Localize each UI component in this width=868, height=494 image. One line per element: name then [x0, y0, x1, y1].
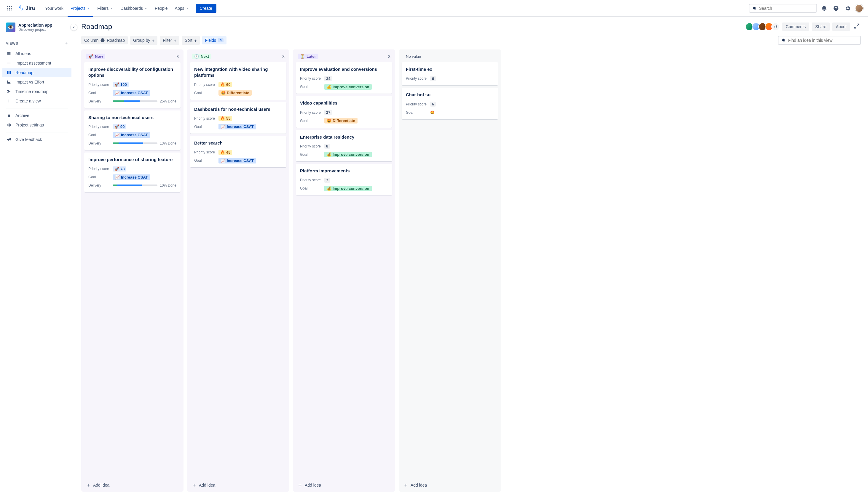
- nav-item-projects[interactable]: Projects: [68, 3, 93, 13]
- svg-point-5: [11, 8, 12, 8]
- column-tag: ⏳Later: [297, 54, 319, 59]
- sidebar-settings[interactable]: Project settings: [2, 120, 71, 130]
- views-header: VIEWS +: [2, 38, 71, 49]
- goal-badge: 🤩Differentiate: [324, 118, 358, 124]
- idea-card[interactable]: First-time exPriority score6: [402, 62, 498, 85]
- avatar-stack[interactable]: +3: [745, 22, 780, 31]
- expand-icon[interactable]: [853, 22, 861, 31]
- priority-label: Priority score: [194, 116, 218, 120]
- comments-button[interactable]: Comments: [782, 22, 809, 31]
- sidebar-item-roadmap[interactable]: Roadmap: [2, 68, 71, 77]
- groupby-chip[interactable]: Group by +: [130, 36, 158, 45]
- nav-item-people[interactable]: People: [152, 3, 171, 13]
- add-idea-button[interactable]: Add idea: [402, 480, 498, 489]
- filter-chip[interactable]: Filter +: [160, 36, 179, 45]
- sidebar-archive[interactable]: Archive: [2, 111, 71, 120]
- column-chip[interactable]: Column Roadmap: [81, 36, 128, 44]
- svg-point-22: [782, 39, 785, 41]
- idea-card[interactable]: Platform improvementsPriority score7Goal…: [296, 164, 392, 195]
- priority-label: Priority score: [88, 167, 113, 171]
- add-idea-button[interactable]: Add idea: [84, 480, 181, 489]
- delivery-progress-bar: [113, 185, 158, 186]
- svg-rect-15: [10, 71, 11, 74]
- idea-card[interactable]: Chat-bot suPriority score6Goal🤩: [402, 88, 498, 119]
- fields-chip[interactable]: Fields 4: [202, 36, 227, 44]
- column-count: 3: [176, 54, 179, 59]
- card-title: Sharing to non-technical users: [88, 115, 176, 120]
- avatar-more[interactable]: +3: [771, 22, 780, 31]
- project-header[interactable]: 👁️ Appreciation app Discovery project: [2, 22, 71, 38]
- main-content: Roadmap +3 Comments Share About: [74, 17, 868, 494]
- idea-card[interactable]: New integration with video sharing platf…: [190, 62, 286, 100]
- jira-logo[interactable]: Jira: [15, 5, 37, 12]
- priority-score-badge: 🚀78: [113, 167, 126, 171]
- nav-item-dashboards[interactable]: Dashboards: [117, 3, 150, 13]
- priority-label: Priority score: [300, 76, 324, 80]
- feedback-label: Give feedback: [15, 137, 42, 142]
- nav-item-filters[interactable]: Filters: [94, 3, 116, 13]
- about-button[interactable]: About: [832, 22, 850, 31]
- views-label: VIEWS: [6, 41, 18, 45]
- nav-item-your-work[interactable]: Your work: [42, 3, 67, 13]
- idea-card[interactable]: Enterprise data residencyPriority score8…: [296, 130, 392, 162]
- goal-badge: 📈Increase CSAT: [218, 124, 256, 129]
- sidebar-item-timeline-roadmap[interactable]: Timeline roadmap: [2, 87, 71, 96]
- svg-point-4: [9, 8, 10, 8]
- idea-card[interactable]: Video capabilitiesPriority score27Goal🤩D…: [296, 96, 392, 127]
- card-title: New integration with video sharing platf…: [194, 66, 282, 78]
- user-avatar[interactable]: [855, 4, 863, 13]
- goal-badge: 📈Increase CSAT: [218, 158, 256, 164]
- idea-card[interactable]: Better searchPriority score🔥45Goal📈Incre…: [190, 136, 286, 167]
- global-search[interactable]: [749, 4, 817, 13]
- find-input[interactable]: [788, 38, 857, 43]
- delivery-percent: 25% Done: [160, 99, 176, 103]
- column-header: No value: [402, 53, 498, 62]
- trash-icon: [6, 113, 12, 118]
- search-icon: [753, 6, 757, 11]
- svg-point-2: [11, 6, 12, 7]
- goal-label: Goal: [300, 153, 324, 157]
- gear-icon: [6, 122, 12, 127]
- plus-icon: +: [152, 38, 155, 43]
- settings-icon[interactable]: [843, 3, 853, 13]
- sidebar-item-all-ideas[interactable]: All ideas: [2, 49, 71, 58]
- add-idea-button[interactable]: Add idea: [296, 480, 392, 489]
- card-title: Improve evaluation and conversions: [300, 66, 388, 72]
- priority-score-badge: 6: [430, 76, 436, 81]
- nav-items: Your workProjectsFiltersDashboardsPeople…: [42, 3, 192, 13]
- priority-score-badge: 27: [324, 110, 332, 115]
- board: 🚀Now3Improve discoverability of configur…: [81, 50, 868, 494]
- idea-card[interactable]: Improve performance of sharing featurePr…: [84, 153, 181, 192]
- goal-badge: 📈Increase CSAT: [113, 174, 150, 180]
- sidebar-item-create-a-view[interactable]: Create a view: [2, 96, 71, 106]
- list-icon: [6, 61, 12, 65]
- project-icon: 👁️: [6, 22, 15, 32]
- sidebar-item-impact-vs-effort[interactable]: Impact vs Effort: [2, 77, 71, 87]
- column-header: ⏳Later3: [296, 53, 392, 62]
- fields-count-badge: 4: [218, 38, 223, 42]
- nav-item-apps[interactable]: Apps: [172, 3, 192, 13]
- notifications-icon[interactable]: [819, 3, 829, 13]
- idea-card[interactable]: Improve evaluation and conversionsPriori…: [296, 62, 392, 94]
- search-input[interactable]: [759, 6, 813, 11]
- svg-point-8: [11, 10, 12, 11]
- sidebar: 👁️ Appreciation app Discovery project VI…: [0, 17, 74, 494]
- sort-chip[interactable]: Sort +: [182, 36, 199, 45]
- sidebar-item-impact-assessment[interactable]: Impact assessment: [2, 58, 71, 68]
- idea-card[interactable]: Sharing to non-technical usersPriority s…: [84, 111, 181, 150]
- idea-card[interactable]: Improve discoverability of configuration…: [84, 62, 181, 108]
- idea-card[interactable]: Dashboards for non-technical usersPriori…: [190, 102, 286, 134]
- svg-point-9: [753, 7, 755, 9]
- add-view-icon[interactable]: +: [65, 40, 68, 46]
- create-button[interactable]: Create: [196, 4, 216, 13]
- priority-label: Priority score: [300, 111, 324, 115]
- add-idea-button[interactable]: Add idea: [190, 480, 286, 489]
- collapse-sidebar-button[interactable]: [70, 24, 77, 31]
- app-switcher-icon[interactable]: [5, 3, 14, 13]
- find-in-view[interactable]: [778, 36, 861, 45]
- share-button[interactable]: Share: [812, 22, 830, 31]
- priority-score-badge: 🚀100: [113, 82, 129, 87]
- chevron-down-icon: [185, 6, 189, 10]
- sidebar-feedback[interactable]: Give feedback: [2, 135, 71, 144]
- help-icon[interactable]: ?: [831, 3, 841, 13]
